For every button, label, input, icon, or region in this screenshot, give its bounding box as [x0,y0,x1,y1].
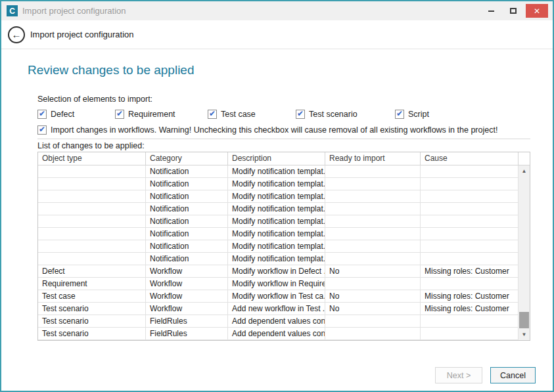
checkbox-label: Defect [51,110,74,119]
cell-object-type: Requirement [38,278,146,290]
checkbox-label: Import changes in workflows. Warning! Un… [51,125,497,135]
cell-description: Modify notification templat... [228,190,325,202]
cell-category: Workflow [146,265,228,277]
element-checkbox-row: ✔Defect✔Requirement✔Test case✔Test scena… [37,110,524,119]
cell-object-type [38,178,146,190]
next-button[interactable]: Next > [435,367,482,383]
grid-header: Object typeCategoryDescriptionReady to i… [38,152,530,165]
cell-cause [421,328,519,339]
table-row[interactable]: NotificationModify notification templat.… [38,215,519,228]
cell-ready-to-import [325,215,421,227]
back-button[interactable]: ← [8,26,25,43]
minimize-icon [488,11,494,12]
cell-object-type [38,240,146,252]
table-row[interactable]: Test scenarioFieldRulesAdd dependent val… [38,315,519,328]
table-row[interactable]: Test caseWorkflowModify workflow in Test… [38,290,519,303]
vertical-scrollbar[interactable]: ▲ ▼ [519,165,530,340]
scroll-up-icon: ▲ [522,168,527,174]
cell-ready-to-import: No [325,290,421,302]
close-button[interactable]: ✕ [526,4,548,18]
cell-category: FieldRules [146,328,228,339]
cell-object-type: Defect [38,265,146,277]
minimize-button[interactable] [481,4,501,18]
cell-object-type: Test scenario [38,315,146,327]
cell-ready-to-import [325,203,421,215]
cell-description: Modify notification templat... [228,215,325,227]
scroll-up-button[interactable]: ▲ [519,165,530,177]
cell-cause: Missing roles: Customer [421,265,519,277]
cell-object-type: Test scenario [38,303,146,315]
checkbox-script[interactable]: ✔Script [395,110,429,119]
check-icon: ✔ [209,110,216,118]
checkbox-box: ✔ [37,125,47,135]
cell-category: Workflow [146,290,228,302]
scroll-thumb[interactable] [519,312,529,328]
cell-ready-to-import [325,228,421,240]
check-icon: ✔ [39,110,45,118]
window-title: Import project configuration [22,6,126,16]
table-row[interactable]: NotificationModify notification templat.… [38,228,519,240]
cell-cause [421,253,519,265]
maximize-button[interactable] [503,4,523,18]
column-header-category[interactable]: Category [146,152,228,165]
divider [37,139,530,139]
checkbox-label: Script [408,110,429,119]
cell-category: Notification [146,203,228,215]
cell-cause [421,165,519,177]
cell-description: Modify notification templat... [228,228,325,240]
checkbox-requirement[interactable]: ✔Requirement [115,110,208,119]
check-icon: ✔ [39,125,45,133]
cell-category: Notification [146,240,228,252]
scroll-down-icon: ▼ [522,332,527,338]
cell-description: Modify notification templat... [228,165,325,177]
cell-cause [421,178,519,190]
nav-header: ← Import project configuration [1,20,553,49]
grid-main: NotificationModify notification templat.… [38,165,530,340]
checkbox-defect[interactable]: ✔Defect [37,110,115,119]
selection-label: Selection of elements to import: [37,95,152,104]
cell-description: Modify notification templat... [228,203,325,215]
table-row[interactable]: RequirementWorkflowModify workflow in Re… [38,278,519,290]
cell-ready-to-import [325,278,421,290]
cell-description: Modify workflow in Require... [228,278,325,290]
column-header-description[interactable]: Description [228,152,325,165]
cell-ready-to-import [325,165,421,177]
window-controls: ✕ [481,4,553,18]
table-row[interactable]: DefectWorkflowModify workflow in Defect … [38,265,519,278]
cancel-button[interactable]: Cancel [490,367,536,383]
checkbox-test-scenario[interactable]: ✔Test scenario [296,110,395,119]
cell-category: FieldRules [146,315,228,327]
column-header-cause[interactable]: Cause [421,152,519,165]
cell-category: Notification [146,215,228,227]
table-row[interactable]: NotificationModify notification templat.… [38,178,519,190]
column-header-ready-to-import[interactable]: Ready to import [325,152,421,165]
table-row[interactable]: NotificationModify notification templat.… [38,203,519,215]
cell-description: Add new workflow in Test ... [228,303,325,315]
cell-category: Notification [146,165,228,177]
checkbox-box: ✔ [208,110,217,119]
cell-object-type [38,215,146,227]
cell-object-type: Test case [38,290,146,302]
table-row[interactable]: NotificationModify notification templat.… [38,240,519,253]
table-row[interactable]: NotificationModify notification templat.… [38,253,519,265]
cell-cause [421,203,519,215]
scroll-down-button[interactable]: ▼ [519,329,530,340]
checkbox-label: Test scenario [309,110,358,119]
checkbox-import-workflows[interactable]: ✔ Import changes in workflows. Warning! … [37,125,497,135]
cell-category: Notification [146,253,228,265]
cell-cause [421,278,519,290]
table-row[interactable]: NotificationModify notification templat.… [38,165,519,178]
table-row[interactable]: Test scenarioWorkflowAdd new workflow in… [38,303,519,315]
cell-object-type [38,190,146,202]
table-row[interactable]: NotificationModify notification templat.… [38,190,519,203]
checkbox-test-case[interactable]: ✔Test case [208,110,296,119]
cell-ready-to-import [325,315,421,327]
column-header-object-type[interactable]: Object type [38,152,146,165]
cell-cause [421,240,519,252]
close-icon: ✕ [534,7,540,16]
app-icon: C [7,5,18,16]
maximize-icon [510,8,517,14]
checkbox-box: ✔ [296,110,305,119]
table-row[interactable]: Test scenarioFieldRulesAdd dependent val… [38,328,519,340]
checkbox-label: Requirement [128,110,175,119]
